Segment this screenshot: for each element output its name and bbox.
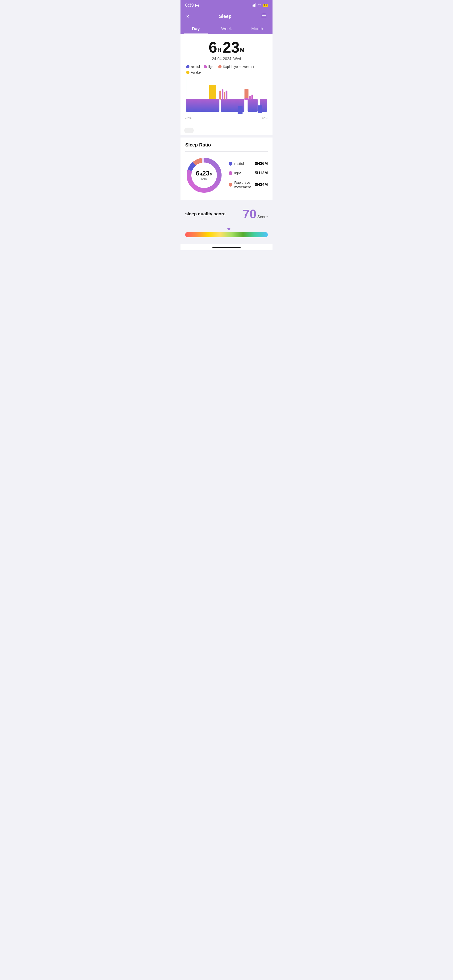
ratio-light-value: 5H13M — [255, 171, 268, 175]
legend-rem: Rapid eye movement — [218, 65, 254, 68]
donut-hours: 6 H 23 M — [196, 170, 212, 177]
home-bar — [212, 247, 241, 248]
svg-rect-2 — [254, 4, 255, 6]
ratio-content: 6 H 23 M Total restful 0H36M lig — [185, 156, 268, 194]
ratio-light-label-group: light — [229, 171, 241, 175]
tab-day[interactable]: Day — [180, 24, 211, 34]
close-button[interactable]: × — [185, 13, 190, 21]
minutes-unit: M — [240, 47, 244, 53]
svg-rect-0 — [252, 5, 252, 6]
sleep-date: 24-04-2024, Wed — [185, 57, 268, 61]
header: × Sleep — [180, 10, 273, 24]
svg-rect-22 — [249, 96, 251, 100]
section-divider-1 — [180, 135, 273, 137]
donut-chart: 6 H 23 M Total — [185, 156, 223, 194]
tab-bar: Day Week Month — [180, 24, 273, 34]
ratio-rem-name: Rapid eyemovement — [234, 180, 251, 189]
svg-rect-3 — [255, 3, 256, 6]
battery-level: 12 — [263, 4, 268, 7]
donut-total-label: Total — [196, 177, 212, 181]
chart-end-time: 6:39 — [262, 116, 268, 120]
chart-times: 23:39 6:39 — [184, 115, 269, 120]
donut-center: 6 H 23 M Total — [196, 170, 212, 181]
ratio-restful-value: 0H36M — [255, 161, 268, 166]
tab-month[interactable]: Month — [242, 24, 273, 34]
legend-awake: Awake — [186, 70, 201, 74]
score-bar — [185, 232, 268, 237]
sleep-chart — [184, 78, 269, 115]
svg-rect-23 — [252, 95, 253, 99]
hours-unit: H — [217, 47, 221, 53]
sleep-legend: restful light Rapid eye movement Awake — [185, 65, 268, 74]
svg-rect-9 — [186, 99, 219, 112]
duration-minutes: 23 — [223, 40, 239, 55]
quality-score-display: 70 Score — [243, 208, 268, 220]
ratio-legend: restful 0H36M light 5H13M Rapid eyemovem… — [229, 161, 268, 189]
quality-score-number: 70 — [243, 208, 257, 220]
sleep-chart-container: 23:39 6:39 — [184, 78, 269, 120]
svg-rect-11 — [248, 99, 258, 112]
home-indicator — [180, 244, 273, 250]
status-bar: 6:39 🛏 12 — [180, 0, 273, 10]
ratio-light-name: light — [234, 171, 241, 175]
signal-icon — [252, 3, 256, 7]
ratio-restful-label-group: restful — [229, 161, 244, 166]
ratio-light-dot — [229, 171, 232, 175]
svg-rect-4 — [262, 14, 266, 18]
awake-label: Awake — [191, 70, 201, 74]
sleep-icon: 🛏 — [195, 3, 199, 8]
light-label: light — [208, 65, 214, 68]
score-indicator — [185, 228, 268, 231]
donut-mins-unit: M — [210, 173, 212, 176]
rem-label: Rapid eye movement — [223, 65, 254, 68]
svg-rect-13 — [209, 85, 216, 99]
scroll-dot — [184, 127, 194, 133]
restful-label: restful — [191, 65, 200, 68]
time-display: 6:39 — [185, 3, 194, 8]
chart-start-time: 23:39 — [185, 116, 193, 120]
svg-rect-1 — [253, 5, 254, 6]
ratio-light: light 5H13M — [229, 171, 268, 175]
donut-mins-num: 23 — [202, 170, 209, 177]
quality-header: sleep quality score 70 Score — [185, 208, 268, 220]
restful-dot — [186, 65, 190, 68]
ratio-rem-dot — [229, 183, 232, 186]
sleep-ratio-title: Sleep Ratio — [185, 142, 268, 148]
calendar-button[interactable] — [260, 12, 268, 21]
svg-rect-20 — [244, 99, 249, 100]
status-time: 6:39 🛏 — [185, 3, 199, 8]
score-triangle — [227, 228, 231, 231]
status-icons: 12 — [252, 3, 268, 7]
duration-hours: 6 — [209, 40, 217, 55]
ratio-restful-dot — [229, 162, 232, 165]
section-divider-2 — [180, 200, 273, 202]
main-content: 6 H 23 M 24-04-2024, Wed restful light R… — [180, 34, 273, 125]
duration-display: 6 H 23 M — [185, 40, 268, 55]
legend-light: light — [204, 65, 214, 68]
rem-dot — [218, 65, 222, 68]
quality-score-label: Score — [257, 215, 268, 220]
awake-dot — [186, 71, 190, 74]
page-title: Sleep — [219, 14, 231, 19]
light-dot — [204, 65, 207, 68]
svg-rect-14 — [219, 91, 221, 100]
donut-hours-unit: H — [200, 173, 202, 176]
svg-rect-19 — [244, 89, 249, 100]
scroll-indicator — [180, 125, 273, 135]
score-bar-container — [185, 228, 268, 237]
ratio-rem-label-group: Rapid eyemovement — [229, 180, 251, 189]
svg-rect-16 — [224, 92, 225, 100]
sleep-duration: 6 H 23 M — [185, 40, 268, 55]
svg-rect-18 — [238, 106, 242, 114]
ratio-restful-name: restful — [234, 161, 244, 166]
ratio-rem: Rapid eyemovement 0H34M — [229, 180, 268, 189]
donut-hours-num: 6 — [196, 170, 199, 177]
ratio-restful: restful 0H36M — [229, 161, 268, 166]
wifi-icon — [257, 3, 262, 7]
ratio-divider — [185, 151, 268, 152]
sleep-quality-section: sleep quality score 70 Score — [180, 202, 273, 244]
svg-rect-21 — [258, 105, 262, 113]
svg-rect-15 — [222, 89, 223, 100]
tab-week[interactable]: Week — [211, 24, 242, 34]
quality-title: sleep quality score — [185, 211, 226, 216]
